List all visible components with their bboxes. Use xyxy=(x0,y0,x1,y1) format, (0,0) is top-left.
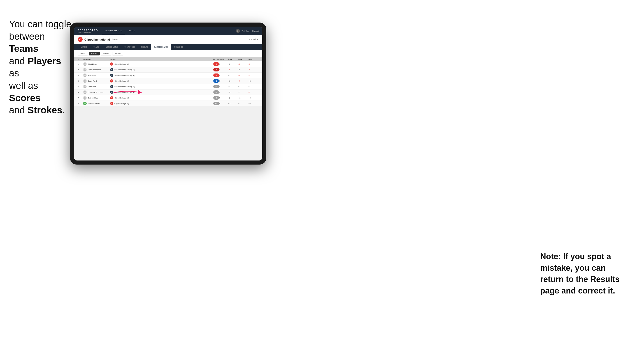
player-name: Rich Butler xyxy=(88,74,96,76)
svg-point-10 xyxy=(84,91,86,92)
col-thru: THRU xyxy=(219,58,228,60)
rank-cell: 8 xyxy=(78,103,83,105)
annotation-teams: Teams xyxy=(9,43,38,54)
tab-bar: Details Teams Course Setup Tee Groups Re… xyxy=(74,44,262,50)
svg-point-0 xyxy=(84,63,86,64)
rd1-cell: +2 xyxy=(228,97,238,99)
rd2-cell: -2 xyxy=(238,74,248,76)
rd2-cell: +1 xyxy=(238,97,248,99)
team-cell: S Scoreboard University [A] xyxy=(110,85,206,88)
total-score: +1 xyxy=(213,85,219,88)
rd2-cell: -4 xyxy=(238,80,248,82)
tab-printables[interactable]: Printables xyxy=(171,44,186,50)
player-avatar xyxy=(83,85,87,88)
table-row: 4 David Ford C Clippd College [A] E F +1… xyxy=(74,78,262,84)
nav-tournaments[interactable]: TOURNAMENTS xyxy=(102,27,124,35)
logo-sub: Powered by clippd xyxy=(78,31,98,33)
annotation-players: Players xyxy=(28,56,61,66)
sub-btn-teams[interactable]: Teams xyxy=(78,52,88,55)
tournament-title-row: C Clippd Invitational (Men) xyxy=(78,37,118,42)
table-row: 7 Blair McHarg C Clippd College [A] +9 F… xyxy=(74,95,262,101)
player-avatar: MT xyxy=(83,102,87,105)
tab-course-setup[interactable]: Course Setup xyxy=(102,44,121,50)
team-name: Scoreboard University [A] xyxy=(114,86,135,88)
rd3-cell: +3 xyxy=(248,80,259,82)
team-name: Scoreboard University [A] xyxy=(114,69,135,71)
rank-cell: 6 xyxy=(78,91,83,93)
col-rank: # xyxy=(78,58,83,60)
player-cell: Blair McHarg xyxy=(83,96,110,100)
rank-cell: 5 xyxy=(78,86,83,88)
thru-cell: F xyxy=(219,63,228,65)
thru-cell: F xyxy=(219,86,228,88)
top-nav: SCOREBOARD Powered by clippd TOURNAMENTS… xyxy=(74,27,262,35)
thru-cell: F xyxy=(219,74,228,76)
team-name: Scoreboard University [A] xyxy=(114,74,135,76)
player-avatar xyxy=(83,79,87,83)
team-logo: C xyxy=(110,62,113,66)
cancel-button[interactable]: Cancel ✕ xyxy=(250,38,259,41)
sub-btn-players[interactable]: Players xyxy=(89,52,100,55)
rd1-cell: +3 xyxy=(228,63,238,65)
svg-point-12 xyxy=(84,96,86,98)
tournament-subtitle: (Men) xyxy=(112,38,118,41)
total-score: +6 xyxy=(213,90,219,94)
player-avatar xyxy=(83,62,87,66)
sign-out-link[interactable]: Sign out xyxy=(252,30,259,32)
svg-point-3 xyxy=(84,70,86,71)
table-row: 2 Chris Robertson S Scoreboard Universit… xyxy=(74,67,262,73)
team-logo: C xyxy=(110,102,113,105)
rd1-cell: +5 xyxy=(228,91,238,93)
player-name: Elliot Ebert xyxy=(88,63,96,65)
table-row: 8 MT Marcus Turners C Clippd College [A]… xyxy=(74,101,262,106)
rd3-cell: -1 xyxy=(248,91,259,93)
thru-cell: F xyxy=(219,80,228,82)
rd3-cell: +2 xyxy=(248,103,259,105)
rd1-cell: +2 xyxy=(228,103,238,105)
svg-text:MT: MT xyxy=(84,103,86,105)
tab-details[interactable]: Details xyxy=(78,44,90,50)
col-rd1: RD1 xyxy=(228,58,238,60)
team-name: Scoreboard University [A] xyxy=(114,91,135,93)
rd3-cell: E xyxy=(248,86,259,88)
team-cell: S Scoreboard University [A] xyxy=(110,74,206,77)
svg-point-4 xyxy=(84,74,86,75)
player-cell: Rich Butler xyxy=(83,73,110,77)
thru-cell: F xyxy=(219,69,228,71)
player-cell: Cameron Robertson xyxy=(83,90,110,94)
team-cell: S Scoreboard University [A] xyxy=(110,68,206,71)
table-body: 1 Elliot Ebert C Clippd College [A] -8 F… xyxy=(74,61,262,161)
user-avatar: U xyxy=(236,29,240,33)
left-annotation: You can toggle between Teams and Players… xyxy=(9,18,72,117)
player-avatar xyxy=(83,68,87,71)
sub-btn-scores[interactable]: Scores xyxy=(101,52,111,55)
svg-point-6 xyxy=(84,80,86,81)
rd3-cell: +6 xyxy=(248,97,259,99)
rank-cell: 1 xyxy=(78,63,83,65)
rank-cell: 2 xyxy=(78,69,83,71)
tab-teams[interactable]: Teams xyxy=(90,44,103,50)
tab-leaderboards[interactable]: Leaderboards xyxy=(151,44,171,50)
tab-results[interactable]: Results xyxy=(138,44,151,50)
team-name: Clippd College [A] xyxy=(114,63,129,65)
logo-text: SCOREBOARD xyxy=(78,29,98,31)
rd2-cell: E xyxy=(238,86,248,88)
col-rd3: RD3 xyxy=(248,58,259,60)
total-score: -4 xyxy=(213,68,219,71)
tab-tee-groups[interactable]: Tee Groups xyxy=(121,44,138,50)
tournament-icon: C xyxy=(78,37,82,42)
player-name: Marcus Turners xyxy=(88,103,100,105)
svg-point-1 xyxy=(84,64,86,66)
svg-point-11 xyxy=(84,93,86,94)
player-cell: MT Marcus Turners xyxy=(83,102,110,105)
team-logo: S xyxy=(110,91,113,94)
sub-btn-strokes[interactable]: Strokes xyxy=(112,52,123,55)
svg-point-5 xyxy=(84,76,86,77)
table-row: 1 Elliot Ebert C Clippd College [A] -8 F… xyxy=(74,61,262,67)
team-logo: C xyxy=(110,96,113,99)
user-name: Test User | xyxy=(242,30,250,32)
nav-teams[interactable]: TEAMS xyxy=(124,27,138,35)
rd1-cell: +1 xyxy=(228,80,238,82)
rd2-cell: +7 xyxy=(238,103,248,105)
team-logo: S xyxy=(110,74,113,77)
